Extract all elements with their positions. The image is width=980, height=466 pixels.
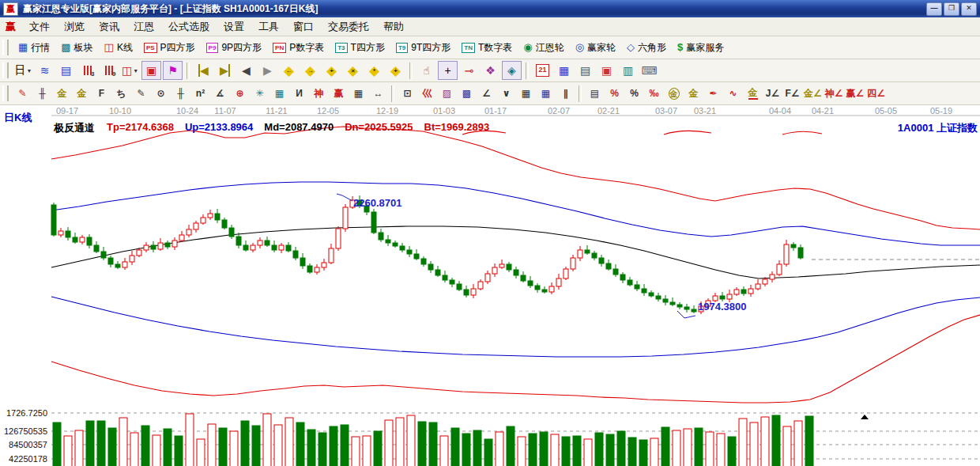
toolbar-grip[interactable] xyxy=(2,85,9,101)
draw-measure-button[interactable]: ↔ xyxy=(369,84,387,103)
draw-pct-line-button[interactable]: ‰ xyxy=(645,84,663,103)
menu-资讯[interactable]: 资讯 xyxy=(92,18,126,36)
zoom-h-button[interactable]: ◆+ xyxy=(322,61,341,80)
toolbar-grip[interactable] xyxy=(2,40,9,55)
crosshair-button[interactable]: + xyxy=(438,61,458,80)
draw-gold-under-button[interactable]: 金 xyxy=(744,84,762,103)
draw-wave-button[interactable]: ∿ xyxy=(724,84,742,103)
draw-spider-button[interactable]: ▦ xyxy=(270,84,288,103)
draw-pen2-button[interactable]: ✎ xyxy=(132,84,150,103)
pan-right-button[interactable]: ◆→ xyxy=(300,61,320,80)
menu-江恩[interactable]: 江恩 xyxy=(126,18,161,36)
draw-gold-line-button[interactable]: 金 xyxy=(684,84,703,103)
draw-gold-circle-button[interactable]: 金 xyxy=(665,84,683,103)
draw-f-angle-button[interactable]: F∠ xyxy=(783,84,801,103)
draw-grid-button[interactable]: ▦ xyxy=(517,84,535,103)
zoom-star-button[interactable]: ◆* xyxy=(364,61,384,80)
close-button[interactable]: ✕ xyxy=(961,2,977,16)
next-button[interactable]: ▶ xyxy=(258,61,277,80)
chart-canvas[interactable] xyxy=(0,105,980,466)
menu-工具[interactable]: 工具 xyxy=(251,18,286,36)
purple-tool-button[interactable]: ❖ xyxy=(481,61,500,80)
minimize-button[interactable]: — xyxy=(926,2,942,16)
first-page-button[interactable]: ◀ xyxy=(194,61,213,80)
hexagon-button[interactable]: ◇六角形 xyxy=(621,40,672,56)
draw-pct-button[interactable]: % xyxy=(625,84,643,103)
draw-angle-fan-button[interactable]: ∡ xyxy=(211,84,229,103)
draw-j-angle-button[interactable]: J∠ xyxy=(763,84,782,103)
draw-shen-angle-button[interactable]: 神∠ xyxy=(824,84,844,103)
draw-angle-button[interactable]: ∠ xyxy=(477,84,496,103)
workstation-button[interactable]: ⌨ xyxy=(639,61,659,80)
menu-浏览[interactable]: 浏览 xyxy=(57,18,92,36)
draw-gold-grid-button[interactable]: 金 xyxy=(53,84,71,103)
kline-button[interactable]: ◫K线 xyxy=(99,40,138,56)
save-button[interactable]: ▣ xyxy=(597,61,616,80)
draw-ruler2-button[interactable]: ╫ xyxy=(172,84,190,103)
draw-gold-angle-button[interactable]: 金∠ xyxy=(803,84,823,103)
last-page-button[interactable]: ▶ xyxy=(215,61,235,80)
candle-style-button[interactable]: ◫▼ xyxy=(120,61,140,80)
draw-zigzag-button[interactable]: ∨ xyxy=(497,84,515,103)
draw-fan-button[interactable]: 巛 xyxy=(418,84,436,103)
draw-ying-button[interactable]: 赢 xyxy=(330,84,348,103)
menu-文件[interactable]: 文件 xyxy=(22,18,57,36)
t-number-table-button[interactable]: TNT数字表 xyxy=(456,40,518,56)
pan-left-button[interactable]: ◆← xyxy=(279,61,299,80)
draw-ruler-button[interactable]: ╫ xyxy=(33,84,51,103)
draw-k-mark-button[interactable]: И xyxy=(290,84,308,103)
draw-parallel-button[interactable]: ∥ xyxy=(556,84,575,103)
draw-f-tool-button[interactable]: F xyxy=(92,84,111,103)
calendar-button[interactable]: 21 xyxy=(533,61,552,80)
scroll-triangle-marker[interactable] xyxy=(861,415,869,419)
draw-gold-grid2-button[interactable]: 金 xyxy=(73,84,91,103)
menu-设置[interactable]: 设置 xyxy=(217,18,251,36)
draw-n2-button[interactable]: n² xyxy=(191,84,209,103)
t-square-button[interactable]: T3T四方形 xyxy=(330,40,390,56)
menu-帮助[interactable]: 帮助 xyxy=(376,18,411,36)
toolbar-grip[interactable] xyxy=(2,63,9,78)
draw-pen-button[interactable]: ✎ xyxy=(13,84,32,103)
draw-shen-button[interactable]: 神 xyxy=(310,84,328,103)
calculator-button[interactable]: ▦ xyxy=(554,61,574,80)
draw-box-fan-button[interactable]: ▨ xyxy=(438,84,456,103)
sectors-button[interactable]: ▩板块 xyxy=(55,40,98,56)
notes-button[interactable]: ▤ xyxy=(575,61,595,80)
draw-spiral-button[interactable]: ち xyxy=(112,84,130,103)
flag-chart-button[interactable]: ⚑ xyxy=(163,61,183,80)
gann-wheel-button[interactable]: ◉江恩轮 xyxy=(518,40,569,56)
draw-box-spider-button[interactable]: ▩ xyxy=(458,84,476,103)
prev-button[interactable]: ◀ xyxy=(236,61,256,80)
bars-3-button[interactable]: 3 xyxy=(77,61,97,80)
f10-info-button[interactable]: ▤ xyxy=(56,61,76,80)
tangent-line-button[interactable]: ⊸ xyxy=(459,61,479,80)
region-button[interactable]: ▣ xyxy=(141,61,161,80)
teal-tool-button[interactable]: ◈ xyxy=(502,61,522,80)
bars-9-button[interactable]: 9 xyxy=(99,61,119,80)
draw-window-button[interactable]: ⊡ xyxy=(398,84,416,103)
draw-si-angle-button[interactable]: 四∠ xyxy=(866,84,886,103)
winner-wheel-button[interactable]: ◎赢家轮 xyxy=(570,40,621,56)
draw-pct-fan-button[interactable]: % xyxy=(605,84,624,103)
draw-star-button[interactable]: ✳ xyxy=(251,84,269,103)
trend-button[interactable]: ≋ xyxy=(35,61,55,80)
hand-tool-button[interactable]: ☝ xyxy=(416,61,436,80)
draw-ying-angle-button[interactable]: 赢∠ xyxy=(846,84,865,103)
winner-service-button[interactable]: $赢家服务 xyxy=(672,40,729,56)
zoom-x-button[interactable]: ◆× xyxy=(343,61,363,80)
remote-data-button[interactable]: ▥ xyxy=(618,61,638,80)
9t-square-button[interactable]: T99T四方形 xyxy=(390,40,456,56)
menu-公式选股[interactable]: 公式选股 xyxy=(161,18,217,36)
period-button[interactable]: 日▼ xyxy=(13,61,33,80)
menu-交易委托[interactable]: 交易委托 xyxy=(321,18,376,36)
draw-grid2-button[interactable]: ▦ xyxy=(537,84,555,103)
draw-circle-cross-button[interactable]: ⊕ xyxy=(231,84,249,103)
quotes-button[interactable]: ▦行情 xyxy=(13,40,55,56)
p-number-table-button[interactable]: PNP数字表 xyxy=(267,40,330,56)
draw-cycle-button[interactable]: ⊙ xyxy=(152,84,170,103)
maximize-button[interactable]: ❐ xyxy=(944,2,959,16)
menu-窗口[interactable]: 窗口 xyxy=(286,18,321,36)
draw-ink-pen-button[interactable]: ✒ xyxy=(704,84,722,103)
draw-levels-button[interactable]: ▤ xyxy=(586,84,604,103)
9p-square-button[interactable]: P99P四方形 xyxy=(201,40,267,56)
